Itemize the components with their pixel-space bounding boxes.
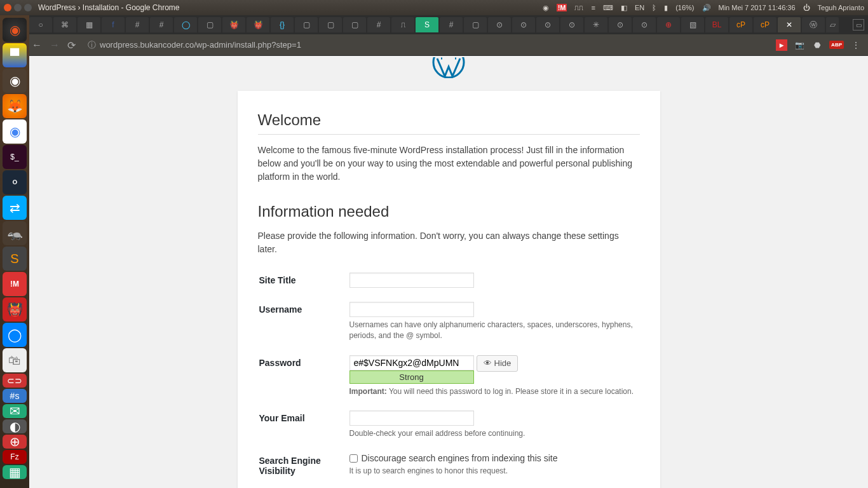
back-button[interactable]: ← xyxy=(32,39,43,51)
window-minimize-button[interactable] xyxy=(14,4,22,11)
hide-password-button[interactable]: 👁 Hide xyxy=(477,355,519,372)
monitor-indicator-icon[interactable]: !M xyxy=(557,4,567,11)
browser-tab[interactable]: ▢ xyxy=(295,17,318,32)
search-visibility-label: Search EngineVisibility xyxy=(259,447,348,485)
browser-tab[interactable]: ▢ xyxy=(319,17,342,32)
pocket-icon[interactable]: ▸ xyxy=(776,39,787,51)
browser-tab[interactable]: ⊙ xyxy=(488,17,511,32)
account-icon[interactable]: ▭ xyxy=(853,19,864,30)
browser-tab[interactable]: ▢ xyxy=(343,17,366,32)
search-hint: It is up to search engines to honor this… xyxy=(349,466,639,477)
browser-tab[interactable]: ▦ xyxy=(78,17,100,32)
address-bar[interactable]: ⓘ wordpress.bukancoder.co/wp-admin/insta… xyxy=(85,37,770,53)
browser-tab[interactable]: ⓦ xyxy=(802,17,825,32)
ubuntu-dash-icon[interactable]: ◉ xyxy=(3,18,27,42)
password-input[interactable] xyxy=(349,355,474,370)
thunderbird-icon[interactable]: ✉ xyxy=(3,404,27,418)
browser-tab[interactable]: {} xyxy=(271,17,294,32)
welcome-heading: Welcome xyxy=(258,111,640,135)
tray-icon[interactable]: ◧ xyxy=(621,4,627,12)
app-icon[interactable]: ⊕ xyxy=(3,435,27,449)
browser-tab[interactable]: 👹 xyxy=(247,17,269,32)
clock[interactable]: Min Mei 7 2017 11:46:36 xyxy=(719,4,796,11)
language-indicator[interactable]: EN xyxy=(635,4,644,11)
email-input[interactable] xyxy=(349,410,474,426)
browser-tab[interactable]: ⊙ xyxy=(560,17,583,32)
important-label: Important: xyxy=(349,387,387,396)
messenger-icon[interactable]: ◯ xyxy=(3,323,27,347)
camera-icon[interactable]: 📷 xyxy=(794,39,805,51)
keyboard-icon[interactable]: ⌨ xyxy=(603,4,613,12)
reload-button[interactable]: ⟳ xyxy=(67,39,79,51)
anydesk-icon[interactable]: ⇄ xyxy=(3,196,27,220)
browser-tab-strip: ○ ⌘ ▦ f # # ◯ ▢ 👹 👹 {} ▢ ▢ ▢ # ⎍ S # ▢ ⊙… xyxy=(0,15,868,34)
browser-tab[interactable]: ⊕ xyxy=(657,17,680,32)
chrome-icon[interactable]: ◉ xyxy=(3,69,27,93)
app-icon[interactable]: ◐ xyxy=(3,419,27,433)
discourage-checkbox-row[interactable]: Discourage search engines from indexing … xyxy=(349,453,639,463)
browser-tab[interactable]: ⊙ xyxy=(633,17,656,32)
install-card: Welcome Welcome to the famous five-minut… xyxy=(238,91,660,488)
browser-tab[interactable]: # xyxy=(367,17,390,32)
window-close-button[interactable] xyxy=(4,4,11,11)
monitor-app-icon[interactable]: !M xyxy=(3,272,27,296)
launcher-item[interactable]: ▀ xyxy=(3,43,27,67)
bluetooth-icon[interactable]: ᛒ xyxy=(652,4,656,11)
browser-tab[interactable]: ✳ xyxy=(585,17,607,32)
username-label: Username xyxy=(259,295,348,348)
sublime-icon[interactable]: S xyxy=(3,247,27,271)
discourage-checkbox[interactable] xyxy=(349,454,358,463)
power-icon[interactable]: ⏻ xyxy=(803,4,810,11)
browser-tab[interactable]: S xyxy=(416,17,438,32)
username-input[interactable] xyxy=(349,302,474,317)
browser-tab[interactable]: ⊙ xyxy=(512,17,535,32)
browser-tab[interactable]: f xyxy=(102,17,125,32)
forward-button[interactable]: → xyxy=(50,39,61,51)
filezilla-icon[interactable]: Fz xyxy=(3,450,27,464)
eye-slash-icon: 👁 xyxy=(484,358,492,368)
app-icon[interactable]: 👹 xyxy=(3,297,27,322)
browser-tab[interactable]: ◯ xyxy=(174,17,197,32)
info-icon: ⓘ xyxy=(88,39,96,51)
new-tab-button[interactable]: ▱ xyxy=(826,17,839,32)
shield-icon[interactable]: ⬣ xyxy=(811,39,823,51)
app-icon[interactable]: 🦡 xyxy=(3,221,27,245)
browser-tab[interactable]: ▧ xyxy=(681,17,704,32)
site-title-input[interactable] xyxy=(349,273,474,288)
browser-tab[interactable]: 👹 xyxy=(222,17,245,32)
welcome-text: Welcome to the famous five-minute WordPr… xyxy=(258,144,640,184)
chromium-icon[interactable]: ◉ xyxy=(3,119,27,144)
browser-tab[interactable]: ⎍ xyxy=(391,17,414,32)
adblock-icon[interactable]: ABP xyxy=(829,41,844,49)
software-center-icon[interactable]: 🛍 xyxy=(3,348,27,372)
browser-tab[interactable]: cP xyxy=(754,17,776,32)
browser-tab[interactable]: BL xyxy=(705,17,728,32)
browser-tab[interactable]: ▢ xyxy=(464,17,487,32)
network-graph-icon[interactable]: ⎍⎍ xyxy=(574,4,583,11)
app-icon[interactable]: ⊂⊃ xyxy=(3,374,27,388)
browser-tab[interactable]: ⊙ xyxy=(609,17,632,32)
battery-icon[interactable]: ▮ xyxy=(664,4,668,12)
browser-tab[interactable]: ▢ xyxy=(198,17,221,32)
terminal-icon[interactable]: $_ xyxy=(3,145,27,169)
email-hint: Double-check your email address before c… xyxy=(349,428,639,439)
browser-tab[interactable]: # xyxy=(440,17,463,32)
browser-tab[interactable]: # xyxy=(150,17,173,32)
menu-icon[interactable]: ⋮ xyxy=(850,39,862,51)
browser-tab[interactable]: # xyxy=(126,17,149,32)
app-icon[interactable]: ▦ xyxy=(3,465,27,479)
window-maximize-button[interactable] xyxy=(24,4,32,11)
browser-tab[interactable]: ⌘ xyxy=(53,17,76,32)
browser-tab[interactable]: cP xyxy=(729,17,752,32)
menu-icon[interactable]: ≡ xyxy=(591,4,595,11)
browser-tab-active[interactable]: ✕ xyxy=(778,17,801,32)
user-name[interactable]: Teguh Aprianto xyxy=(818,4,864,11)
firefox-icon[interactable]: 🦊 xyxy=(3,94,27,118)
app-icon[interactable]: #s xyxy=(3,389,27,403)
chrome-indicator-icon[interactable]: ◉ xyxy=(543,4,549,12)
steam-icon[interactable]: ⚬ xyxy=(3,170,27,194)
extensions-area: ▸ 📷 ⬣ ABP ⋮ xyxy=(776,39,862,51)
browser-tab[interactable]: ⊙ xyxy=(536,17,559,32)
volume-icon[interactable]: 🔊 xyxy=(702,4,711,12)
browser-tab[interactable]: ○ xyxy=(29,17,52,32)
